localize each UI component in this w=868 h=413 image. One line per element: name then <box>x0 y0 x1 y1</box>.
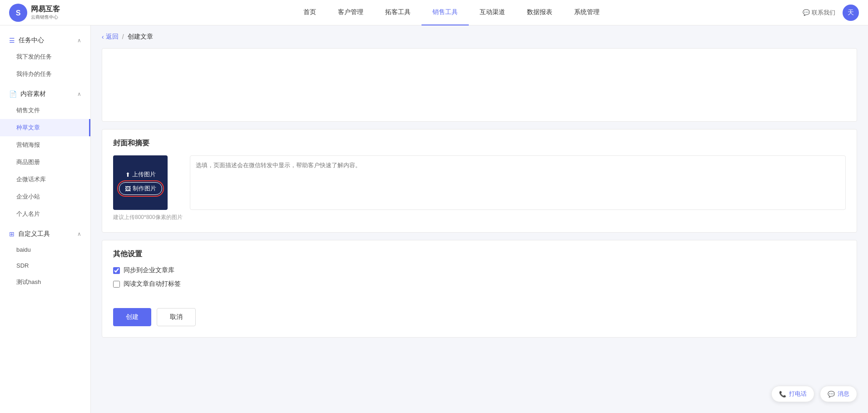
phone-icon: 📞 <box>779 391 786 398</box>
upload-icon: ⬆ <box>125 171 130 178</box>
auto-tag-checkbox[interactable] <box>113 281 120 288</box>
sidebar: ☰ 任务中心 ∧ 我下发的任务 我待办的任务 📄 内容素材 ∧ 销售文件 种草文… <box>0 25 91 413</box>
back-button[interactable]: ‹ 返回 <box>102 33 119 41</box>
sidebar-section-content[interactable]: 📄 内容素材 ∧ <box>0 86 90 102</box>
sidebar-item-baidu[interactable]: baidu <box>0 242 90 258</box>
contact-button[interactable]: 💬 联系我们 <box>803 9 835 17</box>
sidebar-item-pending-tasks[interactable]: 我待办的任务 <box>0 65 90 83</box>
sidebar-item-enterprise-site[interactable]: 企业小站 <box>0 188 90 205</box>
logo-sub: 云商销售中心 <box>31 14 60 20</box>
auto-tag-label[interactable]: 阅读文章自动打标签 <box>124 280 181 288</box>
phone-label: 打电话 <box>789 390 807 398</box>
sidebar-item-test-hash[interactable]: 测试hash <box>0 274 90 291</box>
task-section-label: 任务中心 <box>19 36 77 45</box>
message-label: 消息 <box>838 390 849 398</box>
contact-label: 联系我们 <box>812 9 835 17</box>
upload-btn[interactable]: ⬆ 上传图片 <box>125 170 156 179</box>
sidebar-item-marketing-poster[interactable]: 营销海报 <box>0 136 90 154</box>
make-label: 制作图片 <box>133 184 156 193</box>
nav-menu: 首页 客户管理 拓客工具 销售工具 互动渠道 数据报表 系统管理 <box>100 0 803 25</box>
chat-icon: 💬 <box>828 391 835 398</box>
sidebar-item-wechat-skills[interactable]: 企微话术库 <box>0 171 90 188</box>
article-text-block <box>102 48 857 122</box>
phone-button[interactable]: 📞 打电话 <box>771 386 814 402</box>
cover-upload-box[interactable]: ⬆ 上传图片 🖼 制作图片 <box>113 155 168 210</box>
summary-textarea[interactable] <box>190 155 846 210</box>
upload-label: 上传图片 <box>132 170 156 179</box>
back-icon: ‹ <box>102 33 104 40</box>
other-settings-block: 其他设置 同步到企业文章库 阅读文章自动打标签 创建 取消 <box>102 240 857 338</box>
breadcrumb-separator: / <box>122 33 124 40</box>
message-button[interactable]: 💬 消息 <box>820 386 857 402</box>
float-buttons: 📞 打电话 💬 消息 <box>771 386 857 402</box>
layout: ☰ 任务中心 ∧ 我下发的任务 我待办的任务 📄 内容素材 ∧ 销售文件 种草文… <box>0 25 868 413</box>
message-icon: 💬 <box>803 9 810 16</box>
header: S 网易互客 云商销售中心 首页 客户管理 拓客工具 销售工具 互动渠道 数据报… <box>0 0 868 25</box>
task-section-icon: ☰ <box>9 37 15 44</box>
svg-text:S: S <box>16 9 21 17</box>
sidebar-item-seed-articles[interactable]: 种草文章 <box>0 119 90 136</box>
nav-item-system[interactable]: 系统管理 <box>563 0 610 25</box>
content-section-label: 内容素材 <box>20 90 77 98</box>
upload-hint: 建议上传800*800像素的图片 <box>113 214 183 221</box>
cover-section-block: 封面和摘要 ⬆ 上传图片 🖼 制作图片 <box>102 129 857 233</box>
custom-section-label: 自定义工具 <box>18 230 77 238</box>
sync-checkbox[interactable] <box>113 267 120 274</box>
main-content: ‹ 返回 / 创建文章 封面和摘要 ⬆ 上传图片 <box>91 25 868 413</box>
article-text-area-container <box>102 49 857 121</box>
breadcrumb: ‹ 返回 / 创建文章 <box>91 25 868 48</box>
logo-area: S 网易互客 云商销售中心 <box>9 4 100 22</box>
sidebar-item-sales-files[interactable]: 销售文件 <box>0 102 90 119</box>
make-icon: 🖼 <box>125 185 131 192</box>
make-image-button[interactable]: 🖼 制作图片 <box>119 182 162 195</box>
logo-name: 网易互客 <box>31 5 60 14</box>
nav-item-sales[interactable]: 销售工具 <box>422 0 469 25</box>
nav-item-channel[interactable]: 互动渠道 <box>469 0 516 25</box>
header-right: 💬 联系我们 天 <box>803 5 859 21</box>
sync-checkbox-row: 同步到企业文章库 <box>113 266 846 274</box>
custom-section-icon: ⊞ <box>9 230 15 238</box>
custom-chevron: ∧ <box>77 231 81 237</box>
nav-item-customer[interactable]: 客户管理 <box>327 0 374 25</box>
content-section-icon: 📄 <box>9 90 17 98</box>
action-buttons: 创建 取消 <box>102 301 857 337</box>
auto-tag-checkbox-row: 阅读文章自动打标签 <box>113 280 846 288</box>
article-content-textarea[interactable] <box>109 56 849 110</box>
task-chevron: ∧ <box>77 37 81 44</box>
sidebar-item-personal-card[interactable]: 个人名片 <box>0 205 90 223</box>
nav-item-home[interactable]: 首页 <box>293 0 327 25</box>
sidebar-item-product-album[interactable]: 商品图册 <box>0 154 90 171</box>
back-label: 返回 <box>106 33 119 41</box>
other-settings-content: 同步到企业文章库 阅读文章自动打标签 <box>102 266 857 301</box>
nav-item-expand[interactable]: 拓客工具 <box>374 0 422 25</box>
sidebar-section-custom[interactable]: ⊞ 自定义工具 ∧ <box>0 226 90 242</box>
cover-section-title: 封面和摘要 <box>102 129 857 155</box>
sidebar-section-task[interactable]: ☰ 任务中心 ∧ <box>0 33 90 48</box>
create-button[interactable]: 创建 <box>113 308 151 326</box>
cover-row: ⬆ 上传图片 🖼 制作图片 建议上传800*800像素的图片 <box>113 155 846 221</box>
cancel-button[interactable]: 取消 <box>157 308 196 326</box>
sync-label[interactable]: 同步到企业文章库 <box>124 266 174 274</box>
sidebar-item-sdr[interactable]: SDR <box>0 258 90 274</box>
sidebar-item-my-tasks[interactable]: 我下发的任务 <box>0 48 90 65</box>
avatar[interactable]: 天 <box>843 5 859 21</box>
logo-text: 网易互客 云商销售中心 <box>31 5 60 20</box>
breadcrumb-current: 创建文章 <box>128 33 153 41</box>
other-settings-title: 其他设置 <box>102 240 857 266</box>
logo-icon: S <box>9 4 27 22</box>
nav-item-report[interactable]: 数据报表 <box>516 0 563 25</box>
cover-section-content: ⬆ 上传图片 🖼 制作图片 建议上传800*800像素的图片 <box>102 155 857 232</box>
content-chevron: ∧ <box>77 91 81 97</box>
